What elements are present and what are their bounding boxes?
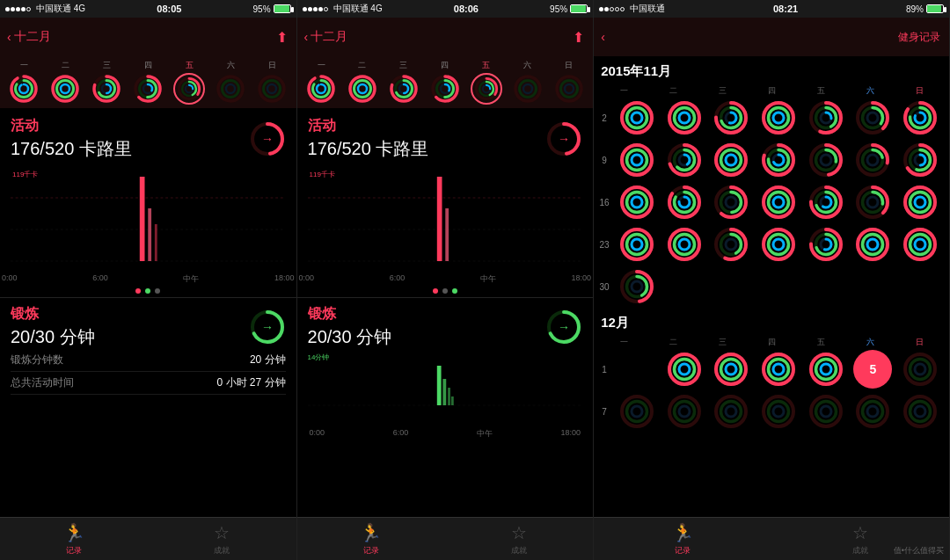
cal-cell-nov-21[interactable] <box>850 183 897 222</box>
time-2: 08:06 <box>454 4 479 14</box>
tab-record-3[interactable]: 🏃 记录 <box>594 522 771 556</box>
cal-cell-nov-24[interactable] <box>661 225 708 264</box>
ring-day-2-3[interactable] <box>388 73 420 105</box>
cal-cell-nov-22[interactable] <box>896 183 944 222</box>
cal-cell-dec-1[interactable] <box>661 350 708 389</box>
ring-day-2[interactable] <box>49 73 81 105</box>
svg-point-272 <box>679 364 690 375</box>
chart-axis-1: 0:00 6:00 中午 18:00 <box>0 273 296 285</box>
back-button-3[interactable]: ‹ <box>601 30 605 44</box>
cal-cell-dec-11[interactable] <box>802 392 850 431</box>
activity-ring-large-1[interactable]: → <box>249 120 286 157</box>
cal-cell-nov-18[interactable] <box>708 183 756 222</box>
cal-cell-nov-25[interactable] <box>708 225 756 264</box>
back-button-1[interactable]: ‹ 十二月 <box>7 29 51 45</box>
cal-cell-dec-9[interactable] <box>708 392 756 431</box>
cal-cell-dec-2[interactable] <box>708 350 756 389</box>
cal-cell-nov-26[interactable] <box>755 225 802 264</box>
fitness-record-title: 健身记录 <box>898 30 940 45</box>
activity-ring-large-2[interactable]: → <box>545 120 582 157</box>
svg-point-103 <box>626 108 647 128</box>
cal-cell-nov-17[interactable] <box>661 183 708 222</box>
panel-1: 中国联通 4G 08:05 95% ‹ 十二月 ⬆ 一 二 三 四 五 六 日 <box>0 0 297 560</box>
cal-cell-dec-3[interactable] <box>755 350 802 389</box>
cal-cell-nov-19[interactable] <box>755 183 802 222</box>
cal-cell-nov-28[interactable] <box>850 225 897 264</box>
back-button-2[interactable]: ‹ 十二月 <box>304 29 348 45</box>
ring-day-4[interactable] <box>132 73 164 105</box>
cal-cell-nov-30[interactable] <box>613 267 661 306</box>
share-button-2[interactable]: ⬆ <box>573 29 584 46</box>
chart-axis-2: 0:00 6:00 中午 18:00 <box>297 273 594 285</box>
cal-cell-nov-23[interactable] <box>613 225 661 264</box>
ring-day-2-6[interactable] <box>512 73 544 105</box>
days-row-2 <box>301 73 590 105</box>
activity-section-2: 活动 176/520 卡路里 → <box>297 108 594 166</box>
cal-cell-dec-10[interactable] <box>755 392 802 431</box>
dots-indicator-1 <box>0 285 296 297</box>
dec-title: 12月 <box>601 315 629 331</box>
cal-cell-nov-6[interactable] <box>802 98 850 137</box>
svg-point-224 <box>626 235 647 255</box>
cal-cell-nov-16[interactable] <box>613 183 661 222</box>
cal-cell-nov-4[interactable] <box>708 98 756 137</box>
cal-cell-nov-5[interactable] <box>755 98 802 137</box>
cal-cell-dec-5-today[interactable]: 5 <box>850 350 897 389</box>
svg-point-11 <box>61 84 69 93</box>
ring-day-5[interactable] <box>173 73 205 105</box>
cal-cell-nov-3[interactable] <box>661 98 708 137</box>
cal-cell-nov-12[interactable] <box>755 141 802 179</box>
svg-text:→: → <box>261 132 274 146</box>
exercise-ring-1[interactable]: → <box>249 309 286 345</box>
cal-cell-dec-13[interactable] <box>896 392 944 431</box>
share-button-1[interactable]: ⬆ <box>276 29 288 46</box>
ring-day-2-1[interactable] <box>305 73 337 105</box>
tab-achievement-2[interactable]: ☆ 成就 <box>445 522 593 556</box>
carrier-1: 中国联通 4G <box>36 3 85 15</box>
cal-cell-nov-27[interactable] <box>802 225 850 264</box>
tab-record-1[interactable]: 🏃 记录 <box>0 522 148 556</box>
cal-cell-nov-13[interactable] <box>802 141 850 179</box>
svg-rect-42 <box>140 177 145 261</box>
chart-axis-ex-2: 0:00 6:00 中午 18:00 <box>308 428 583 440</box>
cal-cell-nov-7[interactable] <box>850 98 897 137</box>
main-content-1: 活动 176/520 卡路里 → 119千卡 0:00 6:00 <box>0 108 296 517</box>
ring-day-3[interactable] <box>91 73 122 105</box>
ring-day-6[interactable] <box>215 73 246 105</box>
dec-header: 12月 <box>599 311 944 335</box>
ring-day-1[interactable] <box>8 73 40 105</box>
tab-achievement-1[interactable]: ☆ 成就 <box>148 522 296 556</box>
cal-cell-nov-20[interactable] <box>802 183 850 222</box>
cal-cell-dec-7[interactable] <box>613 392 661 431</box>
ring-day-7[interactable] <box>256 73 288 105</box>
cal-cell-nov-10[interactable] <box>661 141 708 179</box>
cal-cell-nov-11[interactable] <box>708 141 756 179</box>
dots-indicator-2 <box>297 285 594 297</box>
cal-cell-dec-12[interactable] <box>850 392 897 431</box>
cal-cell-nov-8[interactable] <box>896 98 944 137</box>
signal-dots-3 <box>599 7 625 11</box>
tab-achievement-icon-3: ☆ <box>852 522 868 543</box>
battery-icon-2 <box>570 4 588 13</box>
tab-record-2[interactable]: 🏃 记录 <box>297 522 445 556</box>
svg-point-31 <box>223 81 239 98</box>
cal-cell-dec-6[interactable] <box>896 350 944 389</box>
cal-cell-nov-9[interactable] <box>613 141 661 179</box>
cal-cell-nov-2[interactable] <box>613 98 661 137</box>
svg-rect-96 <box>436 366 441 405</box>
ring-day-2-2[interactable] <box>347 73 378 105</box>
activity-chart-2: 119千卡 <box>297 166 594 272</box>
cal-cell-dec-4[interactable] <box>802 350 850 389</box>
cal-cell-nov-29[interactable] <box>896 225 944 264</box>
ring-day-2-4[interactable] <box>429 73 461 105</box>
svg-point-32 <box>226 84 235 93</box>
exercise-ring-2[interactable]: → <box>545 309 582 345</box>
svg-point-197 <box>726 197 736 207</box>
cal-cell-nov-15[interactable] <box>896 141 944 179</box>
ring-day-2-5[interactable] <box>471 73 502 105</box>
svg-point-5 <box>19 84 28 93</box>
cal-cell-dec-8[interactable] <box>661 392 708 431</box>
ring-day-2-7[interactable] <box>553 73 585 105</box>
svg-rect-98 <box>448 388 450 405</box>
cal-cell-nov-14[interactable] <box>850 141 897 179</box>
